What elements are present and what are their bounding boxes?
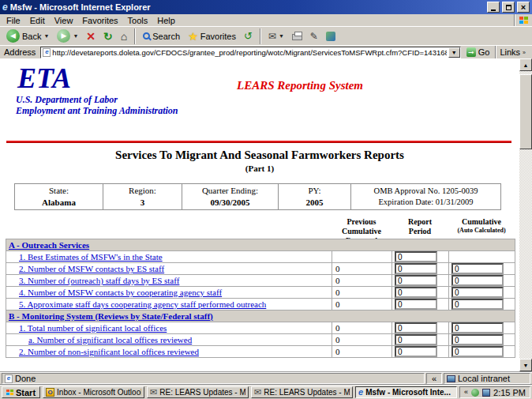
cumulative-input[interactable] [451,263,504,274]
cumulative-cell [449,275,515,287]
section-row: B - Monitoring System (Reviews by State/… [6,311,515,322]
taskbar-button-outlook[interactable]: O Inbox - Microsoft Outlook [43,386,144,398]
forward-icon: ▶ [57,29,70,43]
report-period-input[interactable] [395,275,437,286]
cumulative-input[interactable] [451,322,504,333]
mail-envelope-icon: ✉ [254,388,261,397]
row-link[interactable]: 4. Number of MSFW contacts by cooperatin… [19,288,222,297]
section-link[interactable]: A - Outreach Services [9,240,89,250]
tray-status-icon[interactable] [471,389,479,397]
report-period-input[interactable] [395,322,437,333]
history-icon: ↺ [244,31,253,41]
menu-file[interactable]: File [2,15,25,26]
info-state: State: Alabama [15,184,103,210]
row-link[interactable]: 1. Best Estimates of MSFW's in the State [19,252,163,262]
favorites-button[interactable]: ★ Favorites [185,28,239,44]
start-label: Start [16,388,36,397]
header-cum-line2: (Auto Calculated) [448,227,515,235]
forward-dropdown-icon[interactable]: ▼ [73,33,78,39]
report-period-input[interactable] [395,251,437,262]
tray-network-icon[interactable] [482,389,490,397]
report-period-cell [392,322,449,334]
cumulative-input[interactable] [451,275,504,286]
status-done-panel: e Done [2,373,425,384]
close-button[interactable]: × [517,2,530,13]
report-row: a. Number of significant local offices r… [6,334,515,346]
region-value: 3 [107,198,178,207]
row-link[interactable]: 2. Number of MSFW contacts by ES staff [19,264,164,273]
cumulative-input[interactable] [451,334,504,345]
start-button[interactable]: Start [2,386,40,398]
address-input[interactable] [52,47,446,58]
report-period-input[interactable] [395,263,437,274]
cumulative-cell [449,346,515,358]
links-label: Links [500,47,520,57]
header-period-line2: Period [392,227,448,236]
maximize-button[interactable] [502,2,515,13]
home-button[interactable]: ⌂ [118,28,130,44]
menu-favorites[interactable]: Favorites [77,15,122,26]
back-button[interactable]: ◀ Back ▼ [3,28,52,44]
forward-button[interactable]: ▶ ▼ [54,28,81,44]
go-label: Go [478,47,490,57]
minimize-button[interactable] [487,2,500,13]
edit-button[interactable]: ✎ [307,28,321,44]
report-row: 1. Total number of significant local off… [6,322,515,334]
stop-button[interactable]: ✕ [83,28,99,44]
refresh-icon: ↻ [103,31,113,42]
tray-chevron-icon[interactable]: « [464,389,468,396]
section-row: A - Outreach Services [6,239,515,251]
refresh-button[interactable]: ↻ [100,28,116,44]
address-dropdown-button[interactable]: ▼ [448,47,460,58]
menu-tools[interactable]: Tools [123,15,153,26]
report-row: 2. Number of MSFW contacts by ES staff0 [6,263,515,275]
report-row: 2. Number of non-significant local offic… [6,346,515,358]
row-link[interactable]: 3. Number of (outreach) staff days by ES… [19,276,179,285]
section-link[interactable]: B - Monitoring System (Reviews by State/… [9,311,213,321]
dept-line-2: Employment ant Training Administration [16,105,178,117]
menu-edit[interactable]: Edit [25,15,50,26]
scroll-up-icon[interactable]: ▲ [519,58,532,71]
status-chevron-panel: « [426,373,442,384]
taskbar-button-mail-1[interactable]: ✉ RE: LEARS Updates - Me... [147,386,249,398]
taskbar-button-msfw[interactable]: e Msfw - Microsoft Inte... [355,386,457,398]
links-button[interactable]: Links » [495,46,530,58]
clock: 2:15 PM [493,388,526,397]
info-py: PY: 2005 [279,184,351,210]
mail-button[interactable]: ✉ ▼ [265,28,287,44]
vscroll-thumb[interactable] [519,74,532,149]
row-link[interactable]: 2. Number of non-significant local offic… [19,347,199,356]
ie-icon: e [358,388,363,397]
quarter-label: Quarter Ending: [185,186,275,195]
history-button[interactable]: ↺ [241,28,256,44]
row-link[interactable]: 5. Approximate staff days cooperating ag… [19,299,266,309]
titlebar: e Msfw - Microsoft Internet Explorer × [0,0,532,14]
cumulative-input[interactable] [451,287,504,298]
omb-expiration: Expiration Date: 01/31/2009 [354,197,497,208]
cumulative-cell [449,322,515,334]
row-link[interactable]: 1. Total number of significant local off… [19,323,167,333]
search-button[interactable]: Search [140,28,183,44]
cumulative-input[interactable] [451,346,504,357]
mail-dropdown-icon[interactable]: ▼ [279,33,284,39]
report-period-input[interactable] [395,346,437,357]
row-link[interactable]: a. Number of significant local offices r… [28,335,192,344]
task-label: Msfw - Microsoft Inte... [365,388,451,397]
menu-help[interactable]: Help [152,15,180,26]
vertical-scrollbar[interactable]: ▲ ▼ [519,58,532,371]
report-period-cell [392,346,449,358]
back-dropdown-icon[interactable]: ▼ [43,33,49,39]
scroll-down-icon[interactable]: ▼ [519,359,532,371]
report-period-input[interactable] [395,287,437,298]
print-button[interactable] [289,28,305,44]
report-period-input[interactable] [395,299,437,310]
info-quarter: Quarter Ending: 09/30/2005 [182,184,279,210]
cumulative-input[interactable] [451,299,504,310]
go-button[interactable]: ➞ Go [464,46,493,58]
home-icon: ⌂ [121,31,127,42]
taskbar-button-mail-2[interactable]: ✉ RE: LEARS Updates - Me... [251,386,353,398]
menu-view[interactable]: View [50,15,78,26]
vscroll-track[interactable] [519,71,532,359]
messenger-button[interactable] [323,28,339,44]
report-period-input[interactable] [395,334,437,345]
